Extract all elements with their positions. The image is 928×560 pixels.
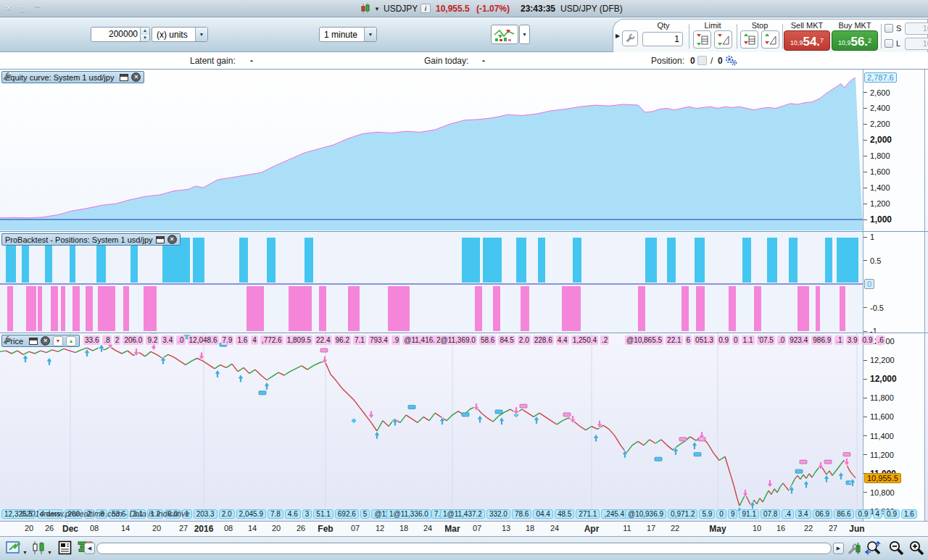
trade-annotation: 6 — [685, 335, 692, 345]
close-panel-icon[interactable]: × — [131, 72, 141, 82]
units-dropdown[interactable]: (x) units ▼ — [152, 27, 208, 42]
info-icon[interactable]: i — [420, 4, 431, 13]
limit-order-button-1[interactable] — [693, 30, 711, 49]
position-settings-gears-icon[interactable] — [724, 54, 737, 68]
panel-collapse-icon[interactable]: ▶ — [616, 33, 620, 39]
window-close-icon[interactable]: × — [6, 3, 12, 13]
equity-panel-title: Equity curve: System 1 usd/jpy — [5, 73, 114, 82]
interval-dropdown[interactable]: 1 minute ▼ — [319, 27, 377, 42]
qty-input[interactable]: 1 — [642, 32, 683, 46]
price-chart[interactable] — [0, 333, 863, 521]
chart-type-button[interactable] — [491, 25, 518, 44]
stop-checkbox[interactable] — [884, 24, 893, 33]
time-label: Dec — [62, 524, 78, 534]
window-minimize-icon[interactable]: – — [35, 1, 40, 11]
caret-down-icon[interactable]: ▼ — [22, 550, 28, 555]
sell-price-big: 54. — [803, 36, 820, 47]
zoom-in-button[interactable] — [908, 540, 925, 556]
close-panel-icon[interactable]: × — [167, 235, 177, 244]
units-dropdown-caret-icon[interactable]: ▼ — [195, 28, 207, 41]
export-chart-button[interactable]: ▼ — [6, 540, 28, 555]
axis-tick: 11,400 — [863, 431, 894, 441]
trade-annotation: 1.6 — [901, 509, 917, 519]
zoom-pan-button[interactable] — [864, 540, 883, 556]
trade-annotation: 051.3 — [694, 335, 715, 345]
sell-market-button[interactable]: 10,954.7 — [784, 30, 830, 51]
spinner-arrows[interactable]: ▲▼ — [140, 28, 149, 41]
buy-market-button[interactable]: 10,956.2 — [832, 30, 878, 51]
title-bar: × □ – ▼ USDJPY i 10,955.5 (-1.07%) 23:43… — [0, 0, 928, 17]
axis-tick: 10,800 — [863, 488, 895, 498]
trade-annotation: 206.0 — [123, 335, 144, 345]
detach-window-icon[interactable] — [156, 236, 165, 243]
trade-annotation: 0,971.2 — [668, 509, 697, 519]
chart-type-caret-icon[interactable]: ▼ — [519, 25, 530, 44]
stop-distance-input[interactable]: 10 — [905, 22, 928, 35]
equity-chart[interactable] — [0, 70, 863, 231]
buy-arrow-button[interactable]: ▲ — [66, 336, 76, 346]
chart-settings-button[interactable] — [847, 541, 861, 556]
time-label: 14 — [248, 524, 257, 532]
time-label: 24 — [423, 524, 432, 532]
price-panel: Price × ▼ ▲ 33.6.82206.09.23.4.012,048.6… — [0, 333, 928, 521]
time-label: 14 — [121, 524, 130, 532]
positions-chart[interactable] — [0, 232, 863, 333]
time-label: 20 — [25, 524, 33, 532]
news-button[interactable] — [58, 540, 72, 555]
buy-price-sup: 2 — [868, 34, 871, 47]
trade-annotation: 0.9 — [717, 335, 730, 345]
close-panel-icon[interactable]: × — [41, 336, 50, 346]
trade-annotation: 0.9 — [856, 509, 871, 519]
trade-annotation: .9 — [392, 335, 400, 345]
limit-checkbox[interactable] — [884, 39, 893, 48]
caret-down-icon[interactable]: ▼ — [47, 550, 52, 555]
price-current-value: 10,955.5 — [864, 473, 901, 483]
positions-panel-header[interactable]: ProBacktest - Positions: System 1 usd/jp… — [1, 233, 181, 246]
time-label: 18 — [399, 524, 408, 532]
trade-annotation: 48.5 — [555, 509, 574, 519]
trade-annotation: 692.6 — [335, 509, 359, 519]
trade-annotation: 9 — [728, 509, 738, 519]
window-maximize-icon[interactable]: □ — [20, 4, 25, 14]
trade-annotation: 22.4 — [315, 335, 331, 345]
spinner-down-icon[interactable]: ▼ — [141, 35, 149, 42]
gain-today-value: - — [482, 56, 485, 66]
symbol-dropdown-caret-icon[interactable]: ▼ — [374, 6, 380, 12]
stop-order-button-2[interactable] — [761, 30, 779, 49]
positions-panel: ProBacktest - Positions: System 1 usd/jp… — [0, 231, 928, 333]
limit-distance-input[interactable]: 10 — [905, 38, 928, 50]
trade-annotation: 5.9 — [699, 509, 715, 519]
time-label: 27 — [829, 524, 837, 532]
trade-annotation: .2 — [600, 335, 609, 345]
horizontal-scrollbar[interactable] — [96, 543, 832, 554]
spinner-up-icon[interactable]: ▲ — [141, 28, 149, 35]
market-name: USD/JPY (DFB) — [560, 4, 623, 14]
status-row: Latent gain: - Gain today: - Position: 0… — [0, 52, 928, 70]
quantity-value[interactable]: 200000 — [91, 28, 140, 41]
quantity-spinner[interactable]: 200000 ▲▼ — [91, 27, 150, 42]
price-panel-header[interactable]: Price × ▼ ▲ — [1, 335, 80, 347]
scroll-left-button[interactable]: ◀ — [84, 543, 95, 554]
symbol-label[interactable]: USDJPY — [384, 4, 418, 14]
trade-annotation: 0.9 — [884, 509, 900, 519]
zoom-out-button[interactable] — [887, 540, 905, 556]
detach-window-icon[interactable] — [120, 74, 128, 81]
scroll-right-button[interactable]: ▶ — [833, 543, 844, 554]
trade-annotation: 3 — [302, 509, 312, 519]
stop-order-button-1[interactable] — [740, 30, 758, 49]
trade-annotation: 0 — [716, 509, 726, 519]
sell-arrow-button[interactable]: ▼ — [53, 336, 63, 346]
annotation-group: 2@11,369.058.684.52.0228.64.41,250.4.2 — [435, 335, 611, 345]
limit-order-icon — [696, 33, 708, 46]
order-settings-button[interactable] — [622, 30, 638, 46]
close-position-disabled-icon — [697, 56, 707, 65]
equity-panel-header[interactable]: Equity curve: System 1 usd/jpy × — [1, 71, 144, 83]
stop-order-chart-icon — [764, 33, 776, 46]
instrument-list-button[interactable]: ▼ — [30, 540, 52, 555]
interval-dropdown-caret-icon[interactable]: ▼ — [364, 28, 376, 41]
position-label: Position: — [651, 56, 684, 66]
limit-order-button-2[interactable] — [714, 30, 732, 49]
trade-annotation: .1 — [834, 335, 843, 345]
position-separator: / — [710, 56, 713, 66]
detach-window-icon[interactable] — [29, 338, 38, 345]
